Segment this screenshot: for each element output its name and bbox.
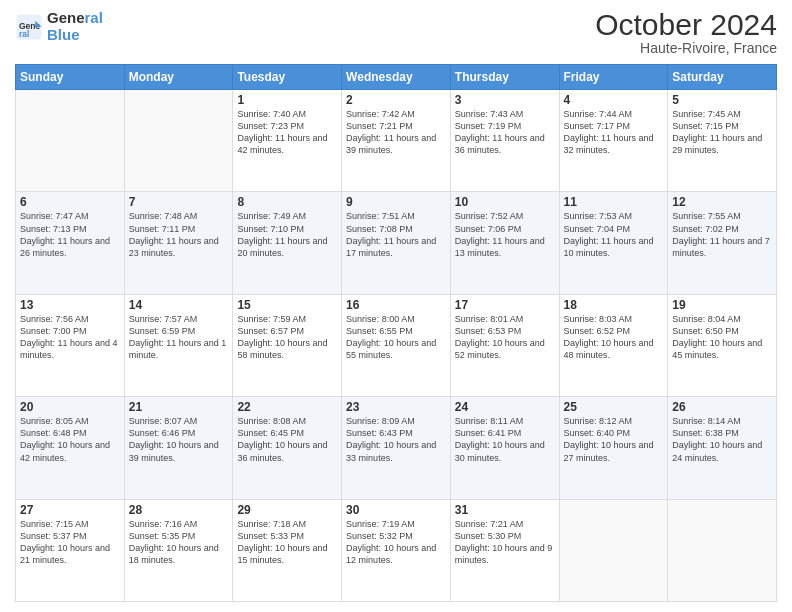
calendar-cell: 10Sunrise: 7:52 AMSunset: 7:06 PMDayligh… [450,192,559,294]
col-thursday: Thursday [450,65,559,90]
calendar-cell [559,499,668,601]
day-number: 9 [346,195,446,209]
day-number: 21 [129,400,229,414]
day-info: Sunrise: 7:44 AMSunset: 7:17 PMDaylight:… [564,108,664,157]
day-info: Sunrise: 8:08 AMSunset: 6:45 PMDaylight:… [237,415,337,464]
calendar-week-4: 20Sunrise: 8:05 AMSunset: 6:48 PMDayligh… [16,397,777,499]
calendar-table: Sunday Monday Tuesday Wednesday Thursday… [15,64,777,602]
day-info: Sunrise: 8:01 AMSunset: 6:53 PMDaylight:… [455,313,555,362]
day-number: 17 [455,298,555,312]
calendar-subtitle: Haute-Rivoire, France [595,40,777,56]
col-sunday: Sunday [16,65,125,90]
calendar-cell: 9Sunrise: 7:51 AMSunset: 7:08 PMDaylight… [342,192,451,294]
day-number: 5 [672,93,772,107]
calendar-cell: 31Sunrise: 7:21 AMSunset: 5:30 PMDayligh… [450,499,559,601]
day-info: Sunrise: 7:55 AMSunset: 7:02 PMDaylight:… [672,210,772,259]
calendar-cell: 2Sunrise: 7:42 AMSunset: 7:21 PMDaylight… [342,90,451,192]
svg-text:ral: ral [19,29,29,39]
day-info: Sunrise: 7:49 AMSunset: 7:10 PMDaylight:… [237,210,337,259]
calendar-cell: 14Sunrise: 7:57 AMSunset: 6:59 PMDayligh… [124,294,233,396]
day-number: 29 [237,503,337,517]
logo: Gene ral General Blue [15,10,103,43]
day-info: Sunrise: 7:21 AMSunset: 5:30 PMDaylight:… [455,518,555,567]
day-number: 12 [672,195,772,209]
calendar-cell: 20Sunrise: 8:05 AMSunset: 6:48 PMDayligh… [16,397,125,499]
day-number: 27 [20,503,120,517]
calendar-cell: 5Sunrise: 7:45 AMSunset: 7:15 PMDaylight… [668,90,777,192]
day-number: 14 [129,298,229,312]
day-number: 15 [237,298,337,312]
day-number: 28 [129,503,229,517]
day-info: Sunrise: 7:57 AMSunset: 6:59 PMDaylight:… [129,313,229,362]
calendar-title: October 2024 [595,10,777,40]
day-info: Sunrise: 7:56 AMSunset: 7:00 PMDaylight:… [20,313,120,362]
day-info: Sunrise: 8:07 AMSunset: 6:46 PMDaylight:… [129,415,229,464]
calendar-cell: 18Sunrise: 8:03 AMSunset: 6:52 PMDayligh… [559,294,668,396]
page: Gene ral General Blue October 2024 Haute… [0,0,792,612]
calendar-cell: 28Sunrise: 7:16 AMSunset: 5:35 PMDayligh… [124,499,233,601]
day-number: 23 [346,400,446,414]
calendar-cell: 19Sunrise: 8:04 AMSunset: 6:50 PMDayligh… [668,294,777,396]
calendar-cell [124,90,233,192]
day-info: Sunrise: 7:51 AMSunset: 7:08 PMDaylight:… [346,210,446,259]
day-number: 6 [20,195,120,209]
day-number: 30 [346,503,446,517]
day-info: Sunrise: 7:48 AMSunset: 7:11 PMDaylight:… [129,210,229,259]
calendar-cell [16,90,125,192]
logo-icon: Gene ral [15,13,43,41]
day-number: 31 [455,503,555,517]
calendar-cell: 8Sunrise: 7:49 AMSunset: 7:10 PMDaylight… [233,192,342,294]
day-info: Sunrise: 7:18 AMSunset: 5:33 PMDaylight:… [237,518,337,567]
day-number: 16 [346,298,446,312]
calendar-cell: 27Sunrise: 7:15 AMSunset: 5:37 PMDayligh… [16,499,125,601]
calendar-cell: 29Sunrise: 7:18 AMSunset: 5:33 PMDayligh… [233,499,342,601]
logo-text: General Blue [47,10,103,43]
day-info: Sunrise: 8:12 AMSunset: 6:40 PMDaylight:… [564,415,664,464]
day-info: Sunrise: 7:43 AMSunset: 7:19 PMDaylight:… [455,108,555,157]
day-info: Sunrise: 8:14 AMSunset: 6:38 PMDaylight:… [672,415,772,464]
day-number: 26 [672,400,772,414]
header-row: Sunday Monday Tuesday Wednesday Thursday… [16,65,777,90]
calendar-cell: 1Sunrise: 7:40 AMSunset: 7:23 PMDaylight… [233,90,342,192]
calendar-week-5: 27Sunrise: 7:15 AMSunset: 5:37 PMDayligh… [16,499,777,601]
day-number: 7 [129,195,229,209]
day-info: Sunrise: 7:42 AMSunset: 7:21 PMDaylight:… [346,108,446,157]
day-info: Sunrise: 8:00 AMSunset: 6:55 PMDaylight:… [346,313,446,362]
col-friday: Friday [559,65,668,90]
calendar-cell: 7Sunrise: 7:48 AMSunset: 7:11 PMDaylight… [124,192,233,294]
day-info: Sunrise: 7:40 AMSunset: 7:23 PMDaylight:… [237,108,337,157]
calendar-week-3: 13Sunrise: 7:56 AMSunset: 7:00 PMDayligh… [16,294,777,396]
calendar-cell: 16Sunrise: 8:00 AMSunset: 6:55 PMDayligh… [342,294,451,396]
calendar-cell: 13Sunrise: 7:56 AMSunset: 7:00 PMDayligh… [16,294,125,396]
title-block: October 2024 Haute-Rivoire, France [595,10,777,56]
day-info: Sunrise: 7:52 AMSunset: 7:06 PMDaylight:… [455,210,555,259]
day-number: 25 [564,400,664,414]
calendar-cell: 4Sunrise: 7:44 AMSunset: 7:17 PMDaylight… [559,90,668,192]
calendar-cell: 22Sunrise: 8:08 AMSunset: 6:45 PMDayligh… [233,397,342,499]
col-wednesday: Wednesday [342,65,451,90]
day-number: 24 [455,400,555,414]
day-number: 20 [20,400,120,414]
day-number: 10 [455,195,555,209]
calendar-cell: 26Sunrise: 8:14 AMSunset: 6:38 PMDayligh… [668,397,777,499]
calendar-cell: 6Sunrise: 7:47 AMSunset: 7:13 PMDaylight… [16,192,125,294]
calendar-week-1: 1Sunrise: 7:40 AMSunset: 7:23 PMDaylight… [16,90,777,192]
day-number: 19 [672,298,772,312]
day-info: Sunrise: 7:47 AMSunset: 7:13 PMDaylight:… [20,210,120,259]
day-info: Sunrise: 8:11 AMSunset: 6:41 PMDaylight:… [455,415,555,464]
day-info: Sunrise: 7:15 AMSunset: 5:37 PMDaylight:… [20,518,120,567]
calendar-cell: 3Sunrise: 7:43 AMSunset: 7:19 PMDaylight… [450,90,559,192]
day-info: Sunrise: 7:19 AMSunset: 5:32 PMDaylight:… [346,518,446,567]
day-number: 18 [564,298,664,312]
calendar-cell: 24Sunrise: 8:11 AMSunset: 6:41 PMDayligh… [450,397,559,499]
day-info: Sunrise: 7:45 AMSunset: 7:15 PMDaylight:… [672,108,772,157]
calendar-cell: 11Sunrise: 7:53 AMSunset: 7:04 PMDayligh… [559,192,668,294]
calendar-cell: 12Sunrise: 7:55 AMSunset: 7:02 PMDayligh… [668,192,777,294]
day-number: 3 [455,93,555,107]
calendar-week-2: 6Sunrise: 7:47 AMSunset: 7:13 PMDaylight… [16,192,777,294]
day-info: Sunrise: 7:16 AMSunset: 5:35 PMDaylight:… [129,518,229,567]
header: Gene ral General Blue October 2024 Haute… [15,10,777,56]
day-number: 11 [564,195,664,209]
day-number: 8 [237,195,337,209]
day-number: 2 [346,93,446,107]
